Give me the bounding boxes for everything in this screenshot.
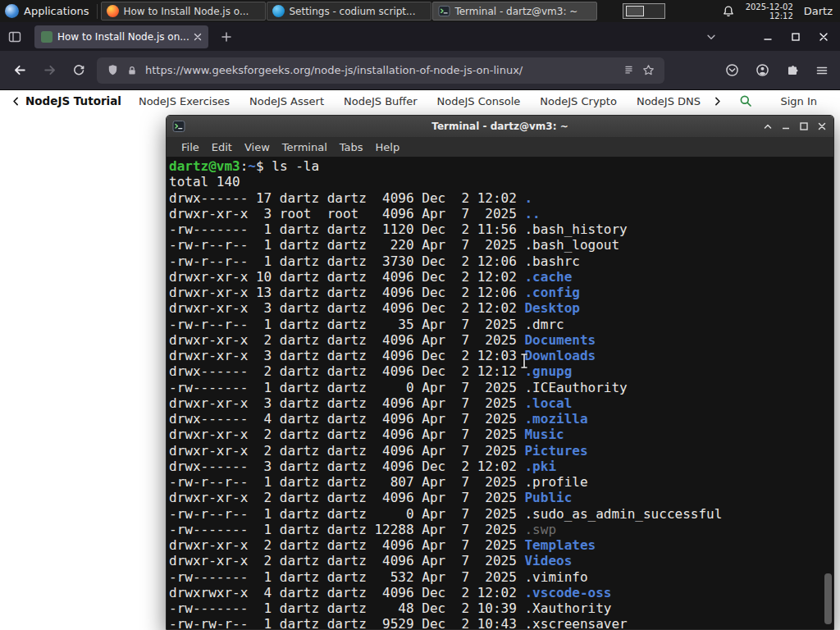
account-icon[interactable] bbox=[756, 63, 769, 77]
prompt-path: ~ bbox=[248, 158, 256, 174]
terminal-listing-line: drwxr-xr-x 3 root root 4096 Apr 7 2025 .… bbox=[169, 206, 833, 221]
terminal-listing-line: drwxrwxr-x 4 dartz dartz 4096 Dec 2 12:0… bbox=[169, 585, 833, 600]
terminal-menu-edit[interactable]: Edit bbox=[212, 141, 232, 153]
applications-menu-button[interactable]: Applications bbox=[0, 0, 97, 22]
taskbar-button-label: Terminal - dartz@vm3: ~ bbox=[454, 6, 578, 17]
terminal-listing-line: -rw-r--r-- 1 dartz dartz 0 Apr 7 2025 .s… bbox=[169, 506, 833, 522]
tab-favicon bbox=[41, 31, 52, 43]
firefox-icon bbox=[107, 5, 119, 17]
terminal-menu-file[interactable]: File bbox=[181, 141, 199, 153]
listing-name: .sudo_as_admin_successful bbox=[524, 506, 722, 522]
forward-icon[interactable] bbox=[43, 63, 57, 77]
listing-meta: -rw-r--r-- 1 dartz dartz 3730 Dec 2 12:0… bbox=[169, 253, 524, 269]
terminal-close-icon[interactable] bbox=[817, 121, 827, 131]
sign-in-button[interactable]: Sign In bbox=[780, 95, 817, 107]
bookmark-star-icon[interactable] bbox=[642, 64, 655, 76]
new-tab-button[interactable] bbox=[221, 31, 232, 43]
listing-meta: drwxrwxr-x 4 dartz dartz 4096 Dec 2 12:0… bbox=[169, 585, 524, 600]
menu-icon[interactable] bbox=[815, 64, 829, 77]
taskbar-button[interactable]: Terminal - dartz@vm3: ~ bbox=[432, 2, 597, 21]
listing-name: . bbox=[524, 190, 532, 206]
terminal-window: Terminal - dartz@vm3: ~ FileEditViewTerm… bbox=[166, 115, 834, 630]
list-all-tabs-icon[interactable] bbox=[705, 31, 717, 43]
workspace-pager[interactable] bbox=[623, 3, 665, 19]
terminal-listing-line: -rw-r--r-- 1 dartz dartz 807 Apr 7 2025 … bbox=[169, 474, 833, 490]
gfg-subnav: NodeJS Tutorial NodeJS ExercisesNodeJS A… bbox=[0, 90, 840, 112]
terminal-minimize-icon[interactable] bbox=[781, 121, 791, 131]
tracking-shield-icon[interactable] bbox=[107, 64, 119, 76]
tab-bar-right bbox=[705, 31, 840, 43]
terminal-scrollbar-thumb[interactable] bbox=[824, 573, 832, 624]
listing-name: .cache bbox=[524, 269, 572, 285]
back-icon[interactable] bbox=[13, 63, 27, 77]
terminal-menu-tabs[interactable]: Tabs bbox=[340, 141, 363, 153]
notification-bell-icon[interactable] bbox=[722, 5, 735, 18]
gfg-nav-link[interactable]: NodeJS Crypto bbox=[540, 95, 617, 107]
pocket-icon[interactable] bbox=[725, 63, 739, 77]
taskbar-button[interactable]: How to Install Node.js o... bbox=[101, 2, 266, 21]
listing-name: Templates bbox=[524, 537, 596, 553]
gfg-nav-link[interactable]: NodeJS Buffer bbox=[344, 95, 418, 107]
terminal-listing-line: -rw------- 1 dartz dartz 532 Apr 7 2025 … bbox=[169, 569, 833, 585]
terminal-app-icon bbox=[172, 120, 185, 133]
listing-name: .ICEauthority bbox=[524, 380, 627, 395]
listing-name: .pki bbox=[524, 459, 556, 474]
panel-user-label[interactable]: Dartz bbox=[804, 5, 833, 17]
gfg-nav-right: Sign In bbox=[712, 94, 840, 107]
search-icon[interactable] bbox=[739, 94, 752, 107]
gfg-nav-links: NodeJS ExercisesNodeJS AssertNodeJS Buff… bbox=[139, 95, 713, 107]
gfg-nav-link[interactable]: NodeJS Assert bbox=[249, 95, 324, 107]
terminal-maximize-icon[interactable] bbox=[799, 121, 809, 131]
terminal-titlebar[interactable]: Terminal - dartz@vm3: ~ bbox=[167, 116, 833, 137]
listing-name: .mozilla bbox=[524, 411, 587, 427]
terminal-listing-line: drwxr-xr-x 2 dartz dartz 4096 Apr 7 2025… bbox=[169, 443, 833, 459]
terminal-listing-line: drwx------ 4 dartz dartz 4096 Apr 7 2025… bbox=[169, 411, 833, 427]
terminal-content[interactable]: dartz@vm3:~$ ls -latotal 140drwx------ 1… bbox=[167, 157, 833, 629]
url-bar[interactable]: https://www.geeksforgeeks.org/node-js/in… bbox=[97, 57, 664, 84]
browser-tab[interactable]: How to Install Node.js on... bbox=[34, 25, 208, 48]
listing-name: .xscreensaver bbox=[524, 616, 627, 629]
taskbar-button[interactable]: Settings - codium script... bbox=[267, 2, 431, 21]
gfg-nav-link[interactable]: NodeJS Exercises bbox=[139, 95, 230, 107]
panel-clock[interactable]: 2025-12-02 12:12 bbox=[746, 2, 793, 21]
url-text: https://www.geeksforgeeks.org/node-js/in… bbox=[145, 64, 615, 76]
terminal-menu-help[interactable]: Help bbox=[376, 141, 400, 153]
reload-icon[interactable] bbox=[72, 64, 85, 77]
terminal-shade-icon[interactable] bbox=[763, 121, 773, 131]
prompt-colon: : bbox=[240, 158, 249, 174]
terminal-listing-line: -rw-r--r-- 1 dartz dartz 3730 Dec 2 12:0… bbox=[169, 253, 833, 269]
listing-meta: drwx------ 17 dartz dartz 4096 Dec 2 12:… bbox=[169, 190, 524, 206]
terminal-menu-view[interactable]: View bbox=[244, 141, 270, 153]
listing-meta: drwx------ 2 dartz dartz 4096 Dec 2 12:1… bbox=[169, 363, 524, 379]
listing-meta: drwxr-xr-x 2 dartz dartz 4096 Apr 7 2025 bbox=[169, 332, 524, 348]
listing-name: Documents bbox=[524, 332, 596, 348]
browser-close-icon[interactable] bbox=[819, 32, 829, 42]
tab-close-icon[interactable] bbox=[194, 33, 202, 41]
listing-name: .swp bbox=[524, 522, 556, 537]
terminal-listing-line: -rw------- 1 dartz dartz 1120 Dec 2 11:5… bbox=[169, 221, 833, 237]
reader-view-icon[interactable] bbox=[623, 64, 635, 76]
terminal-menu-terminal[interactable]: Terminal bbox=[282, 141, 327, 153]
listing-meta: -rw-r--r-- 1 dartz dartz 220 Apr 7 2025 bbox=[169, 237, 524, 253]
panel-separator bbox=[97, 4, 98, 19]
lock-icon[interactable] bbox=[126, 65, 138, 76]
listing-meta: -rw------- 1 dartz dartz 532 Apr 7 2025 bbox=[169, 569, 524, 585]
listing-meta: -rw-r--r-- 1 dartz dartz 35 Apr 7 2025 bbox=[169, 317, 524, 332]
gfg-scroll-left-icon[interactable] bbox=[11, 96, 21, 107]
applications-label: Applications bbox=[24, 5, 89, 17]
gfg-nav-link[interactable]: NodeJS Console bbox=[437, 95, 521, 107]
taskbar-button-label: How to Install Node.js o... bbox=[123, 6, 249, 17]
extensions-icon[interactable] bbox=[786, 64, 799, 77]
terminal-listing-line: drwxr-xr-x 2 dartz dartz 4096 Apr 7 2025… bbox=[169, 427, 833, 442]
browser-tab-bar: How to Install Node.js on... bbox=[0, 22, 840, 51]
gfg-nav-link[interactable]: NodeJS DNS bbox=[637, 95, 701, 107]
listing-meta: -rw------- 1 dartz dartz 12288 Apr 7 202… bbox=[169, 522, 524, 537]
gfg-scroll-right-icon[interactable] bbox=[712, 96, 723, 107]
browser-restore-icon[interactable] bbox=[791, 32, 801, 42]
listing-meta: -rw-rw-r-- 1 dartz dartz 9529 Dec 2 10:4… bbox=[169, 616, 524, 629]
firefox-view-icon[interactable] bbox=[8, 30, 21, 43]
gfg-nav-active-item[interactable]: NodeJS Tutorial bbox=[25, 94, 121, 107]
mouse-ibeam-cursor bbox=[518, 353, 530, 369]
codium-icon bbox=[272, 5, 285, 17]
browser-minimize-icon[interactable] bbox=[763, 32, 773, 42]
